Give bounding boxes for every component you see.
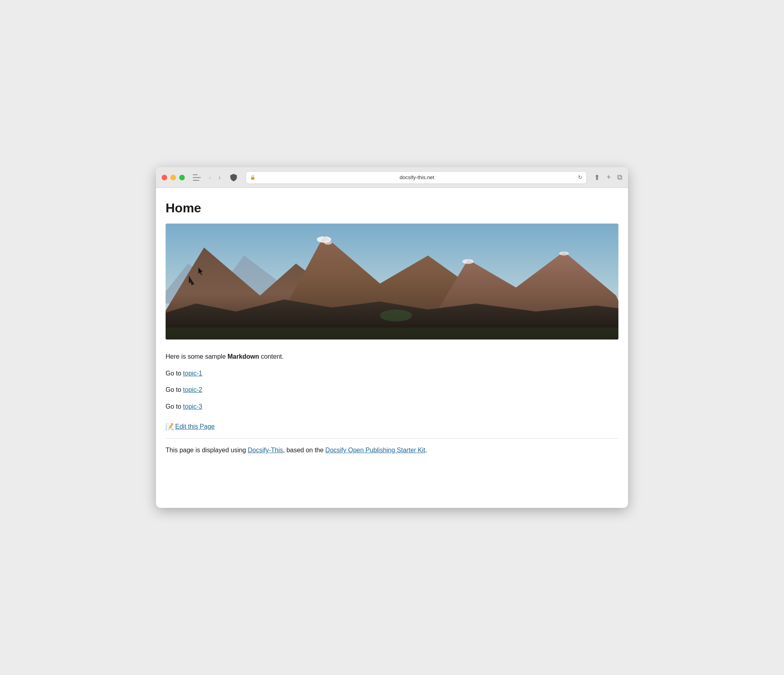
maximize-button[interactable] (179, 175, 185, 180)
footer-paragraph: This page is displayed using Docsify-Thi… (166, 445, 618, 455)
nav-prefix-1: Go to (166, 370, 183, 377)
starter-kit-link[interactable]: Docsify Open Publishing Starter Kit (325, 447, 425, 453)
intro-paragraph: Here is some sample Markdown content. (166, 351, 618, 362)
reload-icon[interactable]: ↻ (578, 174, 582, 180)
svg-rect-10 (166, 328, 618, 339)
page-content: Home (156, 188, 628, 508)
intro-bold: Markdown (228, 353, 259, 360)
svg-point-8 (462, 259, 474, 264)
back-button[interactable]: ‹ (206, 173, 214, 182)
edit-section: 📝 Edit this Page (166, 423, 618, 430)
nav-link-row-3: Go to topic-3 (166, 401, 618, 412)
edit-page-link[interactable]: 📝 Edit this Page (166, 423, 215, 430)
svg-point-7 (324, 241, 332, 245)
page-title: Home (166, 201, 618, 216)
edit-label: Edit this Page (175, 423, 215, 430)
lock-icon: 🔒 (250, 175, 256, 180)
docsify-this-link[interactable]: Docsify-This (248, 447, 283, 453)
share-icon[interactable]: ⬆ (594, 173, 600, 182)
divider (166, 438, 618, 439)
svg-point-11 (380, 310, 412, 322)
intro-before: Here is some sample (166, 353, 228, 360)
traffic-lights (162, 175, 185, 180)
nav-link-row-1: Go to topic-1 (166, 368, 618, 379)
intro-after: content. (259, 353, 284, 360)
footer-before-1: This page is displayed using (166, 447, 248, 453)
new-tab-icon[interactable]: + (606, 173, 611, 182)
shield-icon (229, 173, 238, 182)
sidebar-toggle-icon[interactable] (193, 174, 201, 181)
nav-prefix-2: Go to (166, 386, 183, 393)
title-bar: ‹ › 🔒 docsify-this.net ↻ ⬆ + ⧉ (156, 167, 628, 188)
toolbar-right: ⬆ + ⧉ (594, 173, 622, 182)
nav-buttons: ‹ › (206, 173, 224, 182)
footer-middle: , based on the (283, 447, 325, 453)
topic-3-link[interactable]: topic-3 (183, 403, 202, 410)
url-text: docsify-this.net (258, 174, 576, 180)
minimize-button[interactable] (170, 175, 176, 180)
nav-prefix-3: Go to (166, 403, 183, 410)
topic-2-link[interactable]: topic-2 (183, 386, 202, 393)
address-bar[interactable]: 🔒 docsify-this.net ↻ (246, 171, 587, 184)
forward-button[interactable]: › (215, 173, 224, 182)
edit-icon: 📝 (166, 423, 174, 430)
svg-point-9 (559, 252, 569, 256)
topic-1-link[interactable]: topic-1 (183, 370, 202, 377)
nav-link-row-2: Go to topic-2 (166, 385, 618, 395)
hero-image (166, 224, 618, 339)
footer-after: . (425, 447, 427, 453)
browser-window: ‹ › 🔒 docsify-this.net ↻ ⬆ + ⧉ Home (156, 167, 628, 508)
tabs-icon[interactable]: ⧉ (617, 173, 622, 182)
close-button[interactable] (162, 175, 167, 180)
